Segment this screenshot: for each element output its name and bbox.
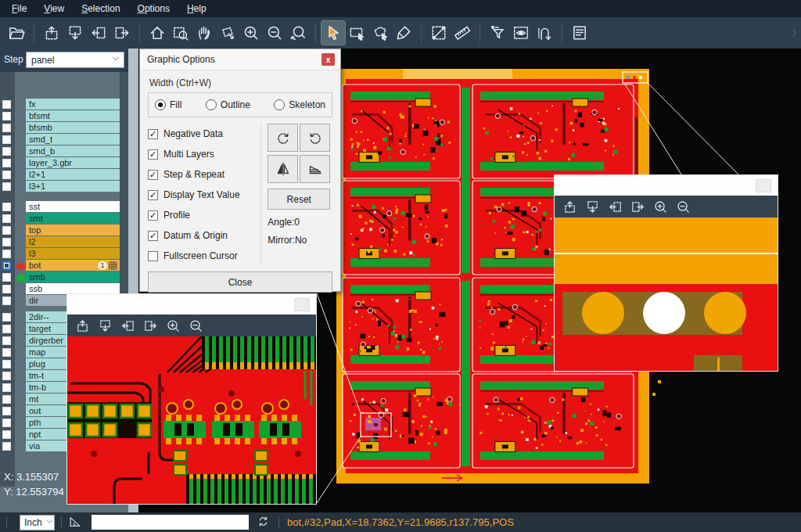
dialog-titlebar[interactable]: Graphic Options x: [140, 49, 340, 70]
unit-dropdown[interactable]: Inch: [20, 515, 55, 530]
menu-file[interactable]: File: [3, 0, 35, 17]
zoom-previous-button[interactable]: [286, 21, 310, 45]
window-restore-button[interactable]: [294, 298, 310, 311]
rotate-cw-button[interactable]: [268, 124, 298, 152]
pan-right-button[interactable]: [627, 197, 648, 216]
checkbox-box[interactable]: ✓: [148, 129, 158, 139]
layer-visibility-checkbox[interactable]: [2, 135, 11, 144]
open-file-button[interactable]: [5, 21, 28, 45]
checkbox-negative-data[interactable]: ✓Negative Data: [148, 124, 260, 144]
zoom-window-bottom-left[interactable]: [66, 293, 317, 505]
layer-visibility-checkbox[interactable]: [2, 383, 11, 392]
checkbox-datum-origin[interactable]: ✓Datum & Origin: [148, 225, 260, 246]
layer-name[interactable]: top: [26, 225, 120, 235]
layer-name[interactable]: l2: [26, 236, 120, 247]
layer-visibility-checkbox[interactable]: [2, 325, 11, 333]
layer-visibility-checkbox[interactable]: [2, 348, 11, 357]
zoom-in-button[interactable]: [163, 316, 183, 335]
layer-visibility-checkbox[interactable]: [2, 250, 11, 258]
doc-form-button[interactable]: [568, 21, 591, 45]
layer-visibility-checkbox[interactable]: [2, 112, 11, 120]
zoom-home-button[interactable]: [145, 21, 169, 45]
mirror-h-button[interactable]: [268, 155, 298, 183]
pan-right-button[interactable]: [140, 316, 160, 335]
checkbox-box[interactable]: ✓: [148, 170, 158, 180]
layer-visibility-checkbox[interactable]: [2, 214, 11, 223]
zoom-out-button[interactable]: [673, 197, 693, 216]
zoom-window-right[interactable]: [554, 174, 778, 372]
zoom-window-titlebar[interactable]: [555, 175, 778, 196]
layer-visibility-checkbox[interactable]: [2, 100, 11, 109]
layer-name[interactable]: smd_b: [26, 146, 120, 156]
layer-name[interactable]: bfsmb: [26, 122, 120, 133]
layer-visibility-checkbox[interactable]: [2, 273, 11, 282]
checkbox-profile[interactable]: ✓Profile: [148, 205, 260, 225]
layer-visibility-checkbox[interactable]: [2, 430, 11, 439]
layer-visibility-checkbox[interactable]: [2, 261, 11, 270]
layer-visibility-checkbox[interactable]: [2, 313, 11, 322]
layer-name[interactable]: ssb: [26, 283, 120, 294]
pan-up-button[interactable]: [559, 197, 580, 216]
toolbar-overflow-icon[interactable]: [790, 27, 799, 41]
zoom-in-button[interactable]: [239, 21, 263, 45]
layer-name[interactable]: sst: [26, 201, 120, 212]
layer-visibility-checkbox[interactable]: [2, 442, 11, 451]
layer-visibility-checkbox[interactable]: [2, 285, 11, 293]
pan-left-button[interactable]: [117, 316, 138, 335]
view-move-button[interactable]: [216, 21, 239, 45]
layer-visibility-checkbox[interactable]: [2, 419, 11, 427]
layer-name[interactable]: bot1: [26, 260, 120, 271]
zoom-window-view[interactable]: [555, 217, 778, 371]
window-restore-button[interactable]: [756, 179, 771, 192]
step-dropdown[interactable]: panel: [26, 52, 124, 68]
angle-tool-icon[interactable]: [68, 515, 84, 530]
layer-visibility-checkbox[interactable]: [2, 297, 11, 305]
checkbox-display-text-value[interactable]: ✓Display Text Value: [148, 185, 260, 205]
layer-name[interactable]: l3+1: [26, 181, 120, 192]
layer-name[interactable]: layer_3.gbr: [26, 157, 120, 168]
select-pointer-button[interactable]: [321, 21, 345, 45]
zoom-out-button[interactable]: [185, 316, 206, 335]
reset-button[interactable]: Reset: [268, 189, 330, 210]
menu-help[interactable]: Help: [178, 0, 215, 17]
pan-down-button[interactable]: [582, 197, 602, 216]
layer-name[interactable]: smt: [26, 213, 120, 224]
layer-name[interactable]: fx: [26, 99, 120, 110]
checkbox-box[interactable]: ✓: [148, 231, 158, 241]
ruler-button[interactable]: [451, 21, 474, 45]
pan-up-button[interactable]: [72, 316, 92, 335]
select-rect-button[interactable]: [345, 21, 368, 45]
layer-visibility-checkbox[interactable]: [2, 407, 11, 415]
select-polygon-button[interactable]: [368, 21, 392, 45]
zoom-window-titlebar[interactable]: [67, 294, 316, 315]
pan-down-button[interactable]: [95, 316, 115, 335]
layer-name[interactable]: smb: [26, 271, 120, 282]
layer-visibility-checkbox[interactable]: [2, 238, 11, 246]
pan-left-button[interactable]: [87, 21, 110, 45]
radio-skeleton[interactable]: Skeleton: [274, 99, 325, 110]
layer-visibility-checkbox[interactable]: [2, 171, 11, 179]
checkbox-box[interactable]: ✓: [148, 190, 158, 200]
view-eye-button[interactable]: [509, 21, 533, 45]
layer-visibility-checkbox[interactable]: [2, 360, 11, 368]
close-button[interactable]: Close: [148, 271, 332, 293]
zoom-out-button[interactable]: [263, 21, 286, 45]
pan-hand-button[interactable]: [192, 21, 216, 45]
pan-left-button[interactable]: [605, 197, 625, 216]
layer-visibility-checkbox[interactable]: [2, 124, 11, 132]
radio-fill[interactable]: Fill: [155, 99, 181, 110]
command-input[interactable]: [92, 515, 249, 530]
brush-button[interactable]: [392, 21, 415, 45]
menu-view[interactable]: View: [35, 0, 73, 17]
close-icon[interactable]: x: [321, 53, 335, 66]
checkbox-step-repeat[interactable]: ✓Step & Repeat: [148, 164, 260, 185]
filter-button[interactable]: [486, 21, 509, 45]
checkbox-box[interactable]: ✓: [148, 149, 158, 160]
radio-outline[interactable]: Outline: [206, 99, 250, 110]
layer-visibility-checkbox[interactable]: [2, 372, 11, 380]
layer-name[interactable]: l3: [26, 248, 120, 259]
checkbox-box[interactable]: ✓: [148, 210, 158, 221]
u-route-button[interactable]: [533, 21, 556, 45]
layer-visibility-checkbox[interactable]: [2, 159, 11, 167]
checkbox-multi-layers[interactable]: ✓Multi Layers: [148, 144, 260, 164]
